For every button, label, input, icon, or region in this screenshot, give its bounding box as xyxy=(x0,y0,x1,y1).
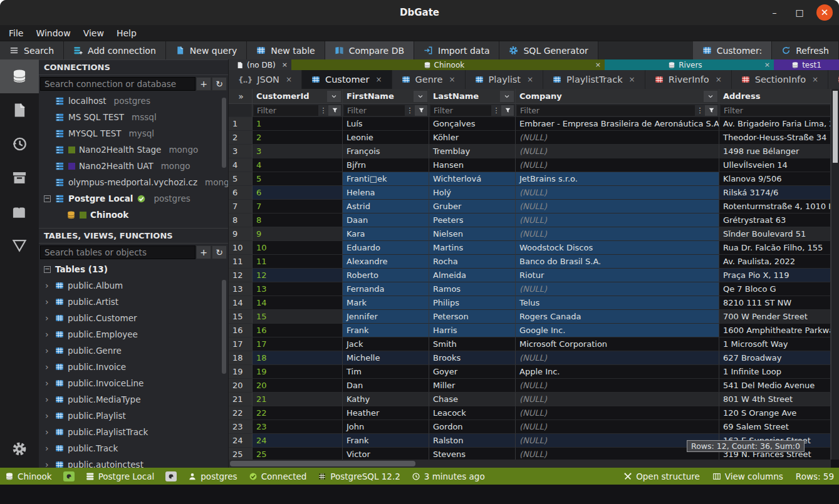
data-cell[interactable]: 801 W 4th Street xyxy=(719,393,831,406)
grid-horizontal-scrollbar-thumb[interactable] xyxy=(230,461,415,466)
tab-group--no-db-[interactable]: (no DB)× xyxy=(229,59,291,70)
data-cell[interactable]: François xyxy=(343,145,429,158)
data-cell[interactable]: Almeida xyxy=(429,269,516,282)
data-cell[interactable]: Jack xyxy=(343,337,429,351)
grid-corner-cell[interactable]: » xyxy=(229,89,253,104)
row-number-cell[interactable]: 8 xyxy=(229,213,253,227)
connection-item[interactable]: Nano2Health UATmongo xyxy=(39,158,228,174)
row-number-cell[interactable]: 10 xyxy=(229,241,253,255)
dots-vertical-icon[interactable]: ⋮ xyxy=(405,105,415,116)
toolbar-button-new-table[interactable]: New table xyxy=(247,41,325,59)
data-cell[interactable]: (NULL) xyxy=(516,406,719,420)
column-header-firstname[interactable]: FirstName xyxy=(343,89,429,104)
chevron-down-icon[interactable] xyxy=(704,91,717,102)
data-cell[interactable]: Peterson xyxy=(429,310,516,324)
data-cell[interactable]: Eduardo xyxy=(343,241,429,255)
row-number-cell[interactable]: 24 xyxy=(229,434,253,448)
close-icon[interactable]: × xyxy=(716,75,722,84)
tab-playlist[interactable]: Playlist× xyxy=(466,70,544,89)
row-number-cell[interactable]: 4 xyxy=(229,158,253,172)
data-cell[interactable]: 627 Broadway xyxy=(719,351,831,365)
grid-horizontal-scrollbar[interactable] xyxy=(229,460,831,468)
column-header-address[interactable]: Address xyxy=(719,89,831,104)
row-number-cell[interactable]: 16 xyxy=(229,324,253,337)
data-cell[interactable]: Goyer xyxy=(429,365,516,379)
tab-group-chinook[interactable]: Chinook× xyxy=(291,59,605,70)
data-cell[interactable]: Hansen xyxy=(429,158,516,172)
tab-json[interactable]: {..}JSON× xyxy=(229,70,302,89)
data-cell[interactable]: Rocha xyxy=(429,255,516,269)
data-cell[interactable]: Av. Paulista, 2022 xyxy=(719,255,831,269)
data-cell[interactable]: 10 xyxy=(253,241,343,255)
chevron-right-icon[interactable]: › xyxy=(45,411,51,421)
data-cell[interactable]: Brooks xyxy=(429,351,516,365)
row-number-cell[interactable]: 21 xyxy=(229,393,253,406)
chevron-down-icon[interactable] xyxy=(414,91,427,102)
data-cell[interactable]: (NULL) xyxy=(516,186,719,200)
close-icon[interactable]: × xyxy=(286,75,292,84)
dots-vertical-icon[interactable]: ⋮ xyxy=(491,105,501,116)
connection-item[interactable]: MYSQL TESTmysql xyxy=(39,125,228,141)
toolbar-button-new-query[interactable]: New query xyxy=(166,41,247,59)
data-cell[interactable]: Köhler xyxy=(429,131,516,145)
data-cell[interactable]: Kathy xyxy=(343,393,429,406)
data-cell[interactable]: Holý xyxy=(429,186,516,200)
chevron-right-icon[interactable]: › xyxy=(45,280,51,291)
data-cell[interactable]: 14 xyxy=(253,296,343,310)
data-cell[interactable]: Alexandre xyxy=(343,255,429,269)
minimize-button[interactable]: – xyxy=(766,4,783,21)
close-icon[interactable]: × xyxy=(764,61,770,69)
close-icon[interactable]: × xyxy=(812,75,818,84)
row-number-cell[interactable]: 2 xyxy=(229,131,253,145)
data-cell[interactable]: 5 xyxy=(253,172,343,186)
chevron-right-icon[interactable]: › xyxy=(45,460,51,468)
row-number-cell[interactable]: 15 xyxy=(229,310,253,324)
data-cell[interactable]: Heather xyxy=(343,406,429,420)
data-cell[interactable]: 700 W Pender Street xyxy=(719,310,831,324)
data-cell[interactable]: (NULL) xyxy=(516,200,719,213)
data-cell[interactable]: Dan xyxy=(343,379,429,393)
table-item[interactable]: ›public.Genre xyxy=(39,342,228,359)
data-cell[interactable]: Smith xyxy=(429,337,516,351)
row-number-cell[interactable]: 5 xyxy=(229,172,253,186)
data-cell[interactable]: (NULL) xyxy=(516,213,719,227)
theme-icon[interactable] xyxy=(165,471,177,481)
toolbar-button-import-data[interactable]: Import data xyxy=(414,41,499,59)
chevron-down-icon[interactable] xyxy=(500,91,514,102)
data-cell[interactable]: Banco do Brasil S.A. xyxy=(516,255,719,269)
data-cell[interactable]: 2 xyxy=(253,131,343,145)
filter-input[interactable]: Filter xyxy=(344,105,405,116)
table-item[interactable]: ›public.Employee xyxy=(39,326,228,342)
data-cell[interactable]: Rogers Canada xyxy=(516,310,719,324)
data-cell[interactable]: Wichterlová xyxy=(429,172,516,186)
data-cell[interactable]: 17 xyxy=(253,337,343,351)
data-cell[interactable]: Tremblay xyxy=(429,145,516,158)
tables-scrollbar-thumb[interactable] xyxy=(222,280,226,374)
data-cell[interactable]: 19 xyxy=(253,365,343,379)
close-icon[interactable]: × xyxy=(527,75,533,84)
data-cell[interactable]: (NULL) xyxy=(516,393,719,406)
grid-vertical-scrollbar-thumb[interactable] xyxy=(833,91,838,163)
data-cell[interactable]: Roberto xyxy=(343,269,429,282)
status-theme-swatch[interactable] xyxy=(63,471,75,481)
data-cell[interactable]: 1 xyxy=(253,117,343,131)
row-number-cell[interactable]: 18 xyxy=(229,351,253,365)
row-number-cell[interactable]: 1 xyxy=(229,117,253,131)
column-header-company[interactable]: Company xyxy=(516,89,719,104)
data-cell[interactable]: Leacock xyxy=(429,406,516,420)
data-cell[interactable]: Miller xyxy=(429,379,516,393)
data-cell[interactable]: Ramos xyxy=(429,282,516,296)
activity-book-icon[interactable] xyxy=(0,195,39,229)
close-icon[interactable]: × xyxy=(375,75,382,84)
data-cell[interactable]: 18 xyxy=(253,351,343,365)
data-cell[interactable]: Qe 7 Bloco G xyxy=(719,282,831,296)
row-number-cell[interactable]: 14 xyxy=(229,296,253,310)
data-cell[interactable]: Gruber xyxy=(429,200,516,213)
funnel-icon[interactable] xyxy=(415,105,427,116)
data-cell[interactable]: (NULL) xyxy=(516,282,719,296)
refresh-connections-button[interactable]: ↻ xyxy=(212,77,227,91)
chevron-right-icon[interactable]: › xyxy=(45,362,51,372)
filter-input[interactable]: Filter xyxy=(517,105,695,116)
table-item[interactable]: ›public.Playlist xyxy=(39,408,228,424)
activity-history-icon[interactable] xyxy=(0,127,39,161)
